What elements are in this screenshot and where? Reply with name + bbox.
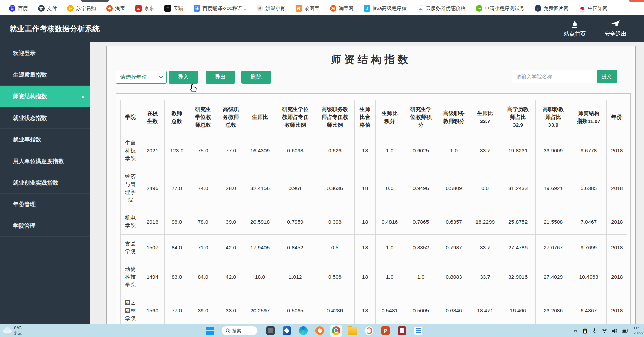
sidebar-item-1[interactable]: 生源质量指数 (0, 64, 90, 86)
search-bar: 提交 (512, 70, 617, 83)
data-table-container: 学院在校生数教师总数研究生学位教师总数高级职务教师总数生师比研究生学位教师占专任… (116, 93, 631, 324)
site-home-button[interactable]: 站点首页 (557, 20, 593, 38)
taobao-icon: 淘 (106, 5, 113, 12)
bookmark-item[interactable]: 支支付 (38, 5, 57, 12)
taskbar-app-red-office-icon[interactable] (396, 325, 408, 337)
table-cell: 18.0 (245, 260, 275, 294)
sidebar-item-4[interactable]: 就业率指数 (0, 129, 90, 150)
bookmarks-bar: 百百度支支付苏苏宁易购淘淘宝JD京东T天猫译百度翻译-200种语...肖洪湖小肖… (0, 2, 644, 15)
site-home-label: 站点首页 (564, 31, 586, 37)
table-cell: 39.0 (189, 294, 217, 325)
sidebar-item-2[interactable]: 师资结构指数» (0, 86, 90, 107)
import-button[interactable]: 导入 (169, 71, 198, 84)
table-cell: 42.0 (217, 260, 245, 294)
taskbar-app-notes-icon[interactable] (412, 325, 424, 337)
table-cell: 0.8083 (438, 260, 470, 294)
logout-button[interactable]: 安全退出 (597, 20, 634, 38)
bookmark-item[interactable]: 译百度翻译-200种语... (194, 5, 246, 12)
page-title: 师资结构指数 (107, 53, 635, 67)
tray-wifi-icon[interactable] (602, 328, 607, 333)
sidebar-item-3[interactable]: 就业状态指数 (0, 107, 90, 129)
bookmark-item[interactable]: JD京东 (135, 5, 154, 12)
table-cell: 0.5005 (404, 294, 438, 325)
taskbar-search[interactable]: 搜索 (221, 326, 258, 335)
sidebar-item-7[interactable]: 年份管理 (0, 194, 90, 215)
table-body: 生命科技学院2021123.075.077.016.43090.60980.62… (121, 134, 627, 325)
table-cell: 23.2086 (536, 294, 571, 325)
table-cell: 18.471 (470, 294, 500, 325)
bookmark-item[interactable]: 知中国知网 (579, 5, 608, 12)
tray-qq-penguin-icon[interactable] (582, 328, 588, 334)
table-cell: 27.4029 (536, 260, 571, 294)
bookmark-item[interactable]: 改改图宝 (296, 5, 320, 12)
bookmark-item[interactable]: 肖洪湖小肖 (257, 5, 285, 12)
table-cell: 27.0767 (536, 235, 571, 260)
bookmark-label: 洪湖小肖 (265, 5, 285, 12)
table-cell: 33.7 (470, 260, 500, 294)
export-button[interactable]: 导出 (206, 71, 235, 84)
taskbar-app-white-browser-icon[interactable] (363, 325, 375, 337)
taskbar: 8°C 多云 搜索 P 11: 2023/ (0, 324, 644, 337)
table-cell: 0.506 (315, 260, 355, 294)
bookmark-label: java高级程序猿 (373, 5, 407, 12)
sidebar-item-8[interactable]: 学院管理 (0, 215, 90, 237)
taskbar-app-dark-app-icon[interactable] (264, 325, 276, 337)
bookmark-item[interactable]: T天猫 (164, 5, 183, 12)
table-cell: 28.0 (217, 167, 245, 209)
table-cell: 0.4286 (315, 294, 355, 325)
table-cell: 1.0 (438, 134, 470, 167)
column-header: 年份 (607, 100, 627, 134)
year-select[interactable]: 请选择年份 (116, 71, 167, 84)
orange-browser-glyph (315, 326, 324, 335)
table-cell: 6.4367 (571, 294, 607, 325)
column-header: 研究生学位教师积分 (404, 100, 438, 134)
sidebar-item-0[interactable]: 欢迎登录 (0, 42, 90, 64)
bookmark-item[interactable]: ☁云服务器优惠价格 (417, 5, 466, 12)
file-explorer-detail (348, 326, 352, 327)
table-cell: 18 (355, 134, 376, 167)
table-cell: 9.6778 (571, 134, 607, 167)
bookmark-item[interactable]: ⋯申请小程序测试号 (476, 5, 524, 12)
cloud-icon (3, 327, 12, 333)
bookmark-item[interactable]: 苏苏宁易购 (67, 5, 96, 12)
taskbar-app-powerpoint-icon[interactable]: P (380, 325, 391, 337)
bookmark-item[interactable]: 淘淘宝 (106, 5, 125, 12)
tray-volume-icon[interactable] (612, 328, 617, 333)
taskbar-clock[interactable]: 11: 2023/ (633, 326, 643, 335)
bookmark-label: 苏宁易购 (76, 5, 96, 12)
table-cell: 7.0467 (571, 209, 607, 235)
tray-battery-icon[interactable] (622, 329, 628, 333)
tray-chevron-up-icon[interactable] (573, 328, 578, 333)
photos-detail (284, 328, 289, 334)
table-cell: 生命科技学院 (121, 134, 140, 167)
table-cell: 21.5508 (536, 209, 571, 235)
table-cell: 0.5 (315, 235, 355, 260)
search-icon (226, 328, 230, 333)
bookmark-item[interactable]: 淘淘宝网 (330, 5, 354, 12)
cnki-icon: 知 (579, 5, 585, 12)
table-row: 生命科技学院2021123.075.077.016.43090.60980.62… (121, 134, 627, 167)
taskbar-weather-widget[interactable]: 8°C 多云 (3, 325, 22, 335)
sidebar-item-6[interactable]: 就业创业实践指数 (0, 172, 90, 194)
taskbar-app-edge-icon[interactable] (297, 325, 309, 337)
taskbar-app-chrome-icon[interactable] (330, 325, 342, 337)
bookmark-item[interactable]: Jjava高级程序猿 (364, 5, 407, 12)
bookmark-label: 改图宝 (305, 5, 320, 12)
taskbar-app-orange-browser-icon[interactable] (314, 325, 325, 337)
chrome-glyph (332, 326, 340, 335)
table-cell: 84.0 (165, 235, 189, 260)
taskbar-app-photos-icon[interactable] (281, 325, 293, 337)
teacher-structure-table: 学院在校生数教师总数研究生学位教师总数高级职务教师总数生师比研究生学位教师占专任… (120, 100, 627, 324)
college-search-input[interactable] (512, 70, 597, 83)
bookmark-item[interactable]: 百百度 (9, 5, 28, 12)
delete-button[interactable]: 删除 (242, 71, 271, 84)
table-cell: 0.0 (470, 167, 500, 209)
table-cell: 19.6921 (536, 167, 571, 209)
start-button[interactable] (206, 326, 214, 335)
tray-microphone-icon[interactable] (592, 328, 597, 334)
sidebar-item-5[interactable]: 用人单位满意度指数 (0, 150, 90, 172)
submit-button[interactable]: 提交 (597, 70, 617, 83)
taskbar-app-file-explorer-icon[interactable] (347, 325, 358, 337)
table-row: 经济与管理学院249677.074.028.032.41560.9610.363… (121, 167, 627, 209)
bookmark-item[interactable]: t免费图片网 (535, 5, 569, 12)
